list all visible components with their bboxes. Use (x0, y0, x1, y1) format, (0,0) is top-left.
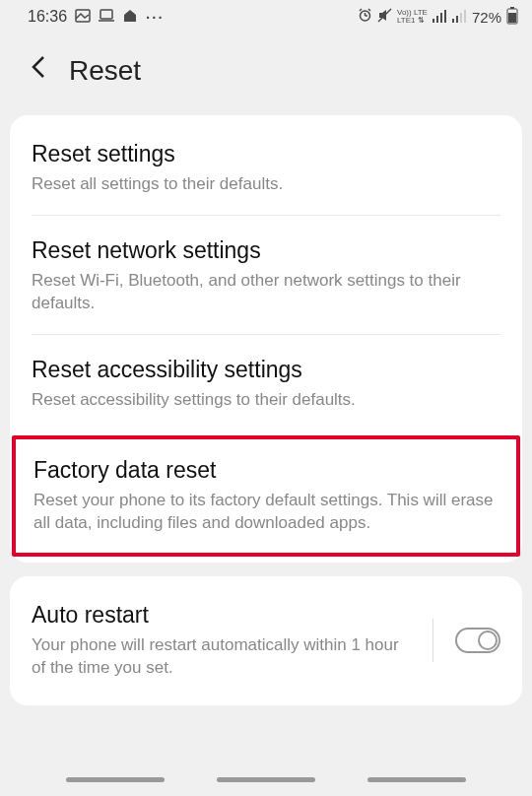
mute-icon (377, 8, 392, 26)
signal2-icon (452, 9, 467, 26)
battery-icon (506, 7, 518, 28)
back-button[interactable] (367, 777, 466, 782)
status-bar: 16:36 ··· Vo)) LTELTE1 ⇅ 72% (0, 0, 532, 32)
toggle-knob (478, 630, 498, 650)
status-left: 16:36 ··· (28, 8, 165, 27)
back-icon[interactable] (30, 53, 47, 88)
svg-rect-19 (508, 13, 516, 23)
reset-options-card: Reset settings Reset all settings to the… (10, 115, 522, 563)
auto-restart-item[interactable]: Auto restart Your phone will restart aut… (10, 580, 522, 701)
svg-rect-11 (440, 13, 442, 23)
auto-restart-card: Auto restart Your phone will restart aut… (10, 576, 522, 705)
navigation-bar (0, 777, 532, 782)
page-header: Reset (0, 32, 532, 115)
svg-rect-15 (460, 13, 462, 23)
svg-rect-16 (464, 10, 466, 23)
svg-rect-9 (432, 19, 434, 23)
network-label: Vo)) LTELTE1 ⇅ (397, 9, 428, 25)
item-desc: Reset your phone to its factory default … (33, 490, 499, 535)
item-desc: Reset all settings to their defaults. (32, 173, 500, 196)
item-title: Factory data reset (33, 457, 499, 484)
svg-line-7 (368, 9, 370, 11)
laptop-icon (99, 9, 114, 26)
alarm-icon (358, 8, 372, 26)
item-title: Reset settings (32, 141, 500, 167)
svg-rect-1 (100, 10, 112, 19)
reset-accessibility-item[interactable]: Reset accessibility settings Reset acces… (10, 335, 522, 431)
reset-settings-item[interactable]: Reset settings Reset all settings to the… (10, 119, 522, 216)
factory-reset-item[interactable]: Factory data reset Reset your phone to i… (12, 435, 520, 557)
house-icon (122, 8, 138, 27)
recent-apps-button[interactable] (66, 777, 165, 782)
svg-rect-13 (452, 19, 454, 23)
picture-icon (75, 8, 91, 27)
item-title: Auto restart (32, 602, 411, 629)
svg-line-6 (360, 9, 362, 11)
item-desc: Your phone will restart automatically wi… (32, 634, 411, 680)
item-desc: Reset Wi-Fi, Bluetooth, and other networ… (32, 270, 500, 315)
toggle-text: Auto restart Your phone will restart aut… (32, 602, 411, 680)
signal-icon (432, 9, 447, 26)
battery-percent: 72% (472, 9, 501, 26)
home-button[interactable] (217, 777, 315, 782)
svg-rect-14 (456, 16, 458, 23)
auto-restart-toggle[interactable] (455, 628, 500, 653)
status-time: 16:36 (28, 8, 67, 26)
page-title: Reset (69, 55, 141, 87)
toggle-divider (432, 619, 433, 662)
reset-network-item[interactable]: Reset network settings Reset Wi-Fi, Blue… (10, 216, 522, 335)
item-title: Reset network settings (32, 237, 500, 264)
svg-rect-10 (436, 16, 438, 23)
item-title: Reset accessibility settings (32, 357, 500, 383)
more-icon: ··· (146, 9, 165, 26)
svg-rect-12 (444, 10, 446, 23)
item-desc: Reset accessibility settings to their de… (32, 389, 500, 412)
status-right: Vo)) LTELTE1 ⇅ 72% (358, 7, 518, 28)
